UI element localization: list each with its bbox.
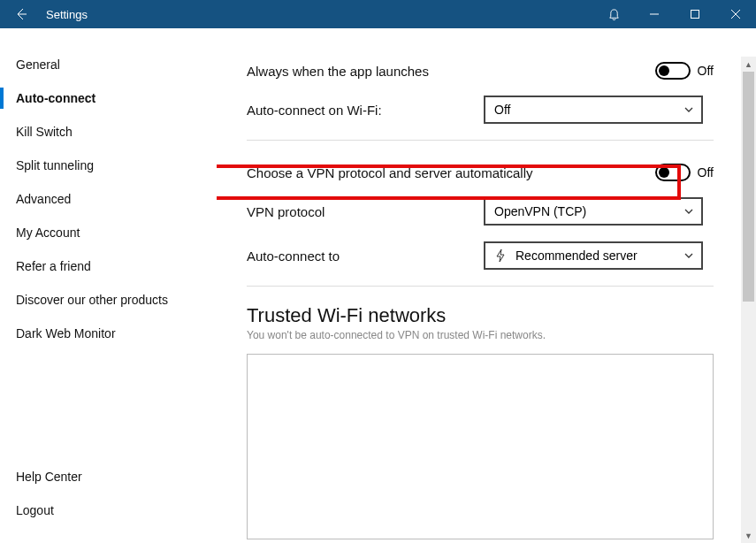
minimize-icon: [650, 10, 659, 19]
sidebar-item-label: Logout: [16, 503, 54, 517]
sidebar-item-auto-connect[interactable]: Auto-connect: [0, 81, 217, 115]
back-button[interactable]: [0, 0, 42, 28]
sidebar-item-dark-web-monitor[interactable]: Dark Web Monitor: [0, 317, 217, 350]
sidebar-item-label: Split tunneling: [16, 158, 94, 172]
sidebar-item-advanced[interactable]: Advanced: [0, 182, 217, 216]
chevron-down-icon: [683, 206, 694, 217]
sidebar-item-kill-switch[interactable]: Kill Switch: [0, 115, 217, 149]
select-vpn-protocol[interactable]: OpenVPN (TCP): [484, 197, 703, 226]
window-title: Settings: [42, 8, 88, 21]
toggle-track: [655, 164, 691, 181]
sidebar-item-label: General: [16, 57, 60, 72]
select-value: Recommended server: [515, 249, 683, 263]
toggle-track: [655, 62, 691, 80]
sidebar-item-label: Help Center: [16, 470, 82, 484]
select-auto-connect-wifi[interactable]: Off: [484, 96, 703, 124]
toggle-state-label: Off: [698, 165, 714, 180]
lightning-icon: [494, 249, 507, 263]
toggle-knob: [659, 167, 669, 178]
sidebar-item-discover-products[interactable]: Discover our other products: [0, 283, 217, 317]
scroll-down-icon[interactable]: ▼: [741, 528, 756, 543]
scrollbar-thumb[interactable]: [743, 72, 754, 302]
toggle-auto-protocol[interactable]: Off: [655, 164, 714, 181]
select-auto-connect-to[interactable]: Recommended server: [484, 241, 703, 270]
toggle-state-label: Off: [698, 64, 714, 78]
sidebar-item-split-tunneling[interactable]: Split tunneling: [0, 149, 217, 182]
minimize-button[interactable]: [634, 0, 675, 28]
label-always-launch: Always when the app launches: [247, 64, 655, 79]
label-auto-protocol: Choose a VPN protocol and server automat…: [247, 165, 655, 180]
label-auto-connect-to: Auto-connect to: [247, 249, 484, 264]
sidebar-item-label: My Account: [16, 226, 80, 240]
content-pane: Always when the app launches Off Auto-co…: [217, 28, 756, 543]
sidebar-item-label: Auto-connect: [16, 91, 95, 105]
separator: [247, 286, 714, 287]
sidebar-item-label: Kill Switch: [16, 125, 73, 139]
close-button[interactable]: [715, 0, 756, 28]
label-vpn-protocol: VPN protocol: [247, 204, 484, 219]
maximize-button[interactable]: [675, 0, 715, 28]
notifications-button[interactable]: [593, 0, 634, 28]
bell-icon: [607, 8, 621, 21]
svg-rect-0: [691, 11, 699, 19]
sidebar-item-label: Discover our other products: [16, 293, 168, 307]
sidebar-item-logout[interactable]: Logout: [0, 493, 217, 527]
select-value: OpenVPN (TCP): [494, 204, 683, 218]
toggle-knob: [659, 65, 669, 76]
section-title-trusted-wifi: Trusted Wi-Fi networks: [247, 304, 714, 327]
arrow-left-icon: [14, 7, 28, 21]
row-auto-protocol: Choose a VPN protocol and server automat…: [247, 153, 714, 192]
sidebar-item-label: Refer a friend: [16, 259, 91, 273]
maximize-icon: [691, 10, 699, 19]
row-auto-connect-wifi: Auto-connect on Wi-Fi: Off: [247, 90, 714, 129]
label-auto-connect-wifi: Auto-connect on Wi-Fi:: [247, 103, 484, 118]
titlebar: Settings: [0, 0, 756, 28]
sidebar-item-refer-friend[interactable]: Refer a friend: [0, 249, 217, 283]
trusted-wifi-list[interactable]: [247, 354, 714, 539]
toggle-always-launch[interactable]: Off: [655, 62, 714, 80]
chevron-down-icon: [683, 250, 694, 261]
scroll-up-icon[interactable]: ▲: [741, 57, 756, 72]
sidebar-item-label: Advanced: [16, 192, 71, 206]
sidebar-item-help-center[interactable]: Help Center: [0, 460, 217, 493]
scrollbar[interactable]: ▲ ▼: [741, 57, 756, 543]
chevron-down-icon: [683, 104, 694, 115]
sidebar-item-general[interactable]: General: [0, 48, 217, 81]
separator: [247, 140, 714, 141]
sidebar-item-label: Dark Web Monitor: [16, 326, 116, 340]
section-subtitle-trusted-wifi: You won't be auto-connected to VPN on tr…: [247, 329, 714, 341]
sidebar-item-my-account[interactable]: My Account: [0, 216, 217, 249]
row-always-launch: Always when the app launches Off: [247, 51, 714, 90]
sidebar: General Auto-connect Kill Switch Split t…: [0, 28, 217, 543]
row-auto-connect-to: Auto-connect to Recommended server: [247, 236, 714, 275]
select-value: Off: [494, 103, 683, 117]
row-vpn-protocol: VPN protocol OpenVPN (TCP): [247, 192, 714, 231]
close-icon: [731, 10, 740, 19]
